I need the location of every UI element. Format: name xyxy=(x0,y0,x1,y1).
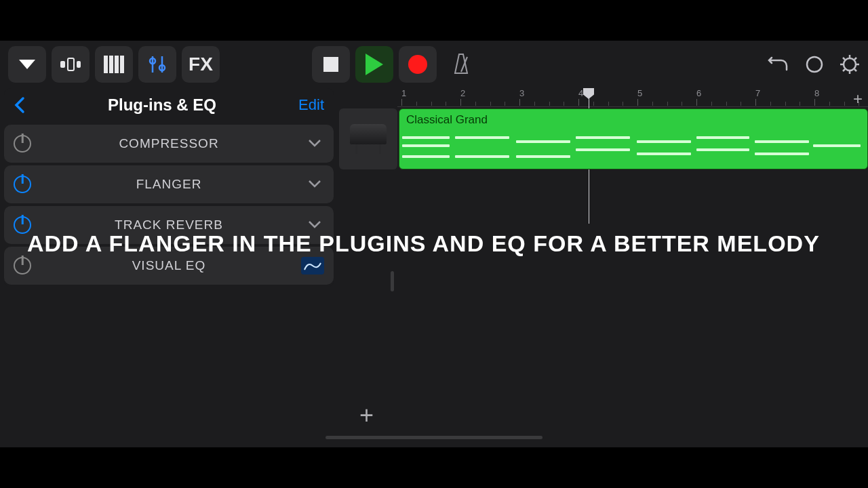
keyboard-button[interactable] xyxy=(95,46,133,83)
panel-header: Plug-ins & EQ Edit xyxy=(4,88,334,122)
track-blocks-icon xyxy=(60,57,81,72)
sliders-icon xyxy=(147,54,167,75)
svg-line-20 xyxy=(854,58,856,60)
svg-line-18 xyxy=(843,58,845,60)
gear-icon[interactable] xyxy=(840,54,860,75)
svg-rect-3 xyxy=(104,56,108,73)
svg-point-12 xyxy=(807,57,822,72)
stop-button[interactable] xyxy=(312,46,350,83)
midi-region[interactable]: Classical Grand xyxy=(399,108,868,169)
svg-point-13 xyxy=(844,58,856,70)
plugin-row-compressor[interactable]: COMPRESSOR xyxy=(4,125,334,163)
svg-rect-4 xyxy=(109,56,113,73)
ruler[interactable]: + 12345678 xyxy=(397,88,868,107)
track-view-button[interactable] xyxy=(52,46,90,83)
undo-icon[interactable] xyxy=(768,55,789,74)
svg-line-21 xyxy=(843,69,845,71)
track-header[interactable] xyxy=(339,108,397,169)
ruler-tick: 3 xyxy=(519,88,524,98)
svg-rect-6 xyxy=(120,56,124,73)
svg-line-19 xyxy=(854,69,856,71)
fx-button[interactable]: FX xyxy=(182,46,220,83)
svg-rect-0 xyxy=(60,61,65,68)
plugin-label: FLANGER xyxy=(136,177,202,192)
play-icon xyxy=(366,54,383,75)
stop-icon xyxy=(323,57,338,72)
ruler-tick: 8 xyxy=(814,88,819,98)
track-row: Classical Grand xyxy=(339,108,868,169)
timeline: + 12345678 Classical Grand xyxy=(339,88,868,169)
add-track-button[interactable]: + xyxy=(359,401,374,430)
svg-rect-1 xyxy=(68,58,74,70)
record-button[interactable] xyxy=(399,46,437,83)
triangle-down-icon xyxy=(19,60,35,69)
controls-button[interactable] xyxy=(138,46,176,83)
power-toggle[interactable] xyxy=(14,176,31,193)
metronome-icon xyxy=(451,53,471,76)
piano-icon xyxy=(350,124,387,154)
loop-icon[interactable] xyxy=(804,54,825,75)
svg-rect-2 xyxy=(77,61,81,68)
chevron-down-icon[interactable] xyxy=(308,220,321,230)
edit-button[interactable]: Edit xyxy=(298,96,324,114)
toolbar-right xyxy=(768,54,860,75)
ruler-tick: 1 xyxy=(401,88,406,98)
eq-icon[interactable] xyxy=(301,257,324,274)
chevron-down-icon[interactable] xyxy=(308,139,321,148)
region-label: Classical Grand xyxy=(406,113,488,127)
plugin-label: VISUAL EQ xyxy=(132,258,206,273)
ruler-tick: 6 xyxy=(696,88,701,98)
caption-overlay: ADD A FLANGER IN THE PLUGINS AND EQ FOR … xyxy=(27,230,841,257)
plugin-label: COMPRESSOR xyxy=(119,136,218,151)
svg-rect-5 xyxy=(115,56,119,73)
back-button[interactable] xyxy=(14,96,26,115)
ruler-tick: 5 xyxy=(637,88,642,98)
record-icon xyxy=(408,55,427,74)
piano-keys-icon xyxy=(104,56,124,73)
plugins-panel: Plug-ins & EQ Edit COMPRESSOR FLANGER TR… xyxy=(4,88,334,287)
toolbar: FX xyxy=(0,41,868,88)
metronome-button[interactable] xyxy=(442,46,480,83)
ruler-tick: 2 xyxy=(460,88,465,98)
ruler-tick: 4 xyxy=(578,88,583,98)
play-button[interactable] xyxy=(355,46,393,83)
power-toggle[interactable] xyxy=(14,257,31,274)
plugin-row-flanger[interactable]: FLANGER xyxy=(4,165,334,203)
vertical-scrollbar[interactable] xyxy=(391,271,394,291)
power-toggle[interactable] xyxy=(14,135,31,152)
horizontal-scrollbar[interactable] xyxy=(326,436,542,439)
chevron-down-icon[interactable] xyxy=(308,180,321,189)
ruler-tick: 7 xyxy=(755,88,760,98)
chevron-left-icon xyxy=(14,96,26,115)
add-section-button[interactable]: + xyxy=(853,89,863,108)
panel-title: Plug-ins & EQ xyxy=(108,96,216,115)
view-menu-button[interactable] xyxy=(8,46,46,83)
